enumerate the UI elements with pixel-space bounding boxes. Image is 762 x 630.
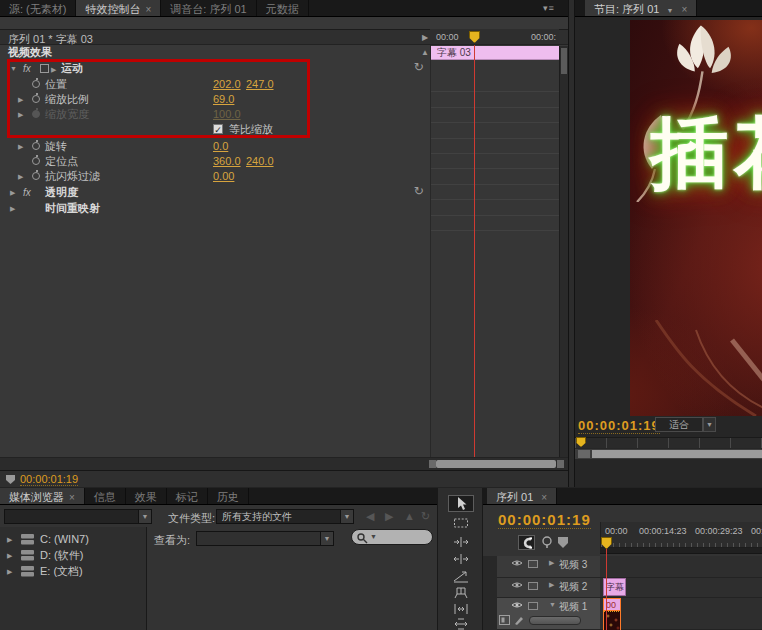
tab-metadata[interactable]: 元数据 bbox=[257, 0, 309, 16]
anchor-y-value[interactable]: 240.0 bbox=[246, 154, 274, 169]
encore-chapter-marker-icon[interactable] bbox=[541, 536, 553, 551]
panel-divider[interactable] bbox=[568, 0, 575, 487]
stopwatch-icon[interactable] bbox=[32, 142, 40, 150]
track-header[interactable]: ▶ 视频 3 bbox=[497, 556, 600, 578]
chevron-right-icon[interactable]: ▶ bbox=[7, 532, 12, 548]
scroll-cap[interactable] bbox=[578, 450, 590, 458]
horizontal-scrollbar[interactable] bbox=[0, 457, 568, 470]
track-lane[interactable] bbox=[600, 556, 762, 578]
ripple-edit-tool-icon[interactable] bbox=[448, 533, 474, 550]
forward-icon[interactable]: ▶ bbox=[385, 510, 393, 523]
antiflicker-value[interactable]: 0.00 bbox=[213, 169, 234, 184]
chevron-right-icon[interactable]: ▶ bbox=[549, 559, 554, 567]
tree-item-drive-c[interactable]: ▶ C: (WIN7) bbox=[0, 531, 147, 547]
tab-source[interactable]: 源: (无素材) bbox=[0, 0, 76, 16]
dropdown-arrow-icon[interactable]: ▼ bbox=[138, 510, 151, 523]
timeline-timecode[interactable]: 00:00:01:19 bbox=[498, 511, 591, 529]
close-icon[interactable]: × bbox=[69, 492, 75, 503]
dropdown-arrow-icon[interactable]: ▼ bbox=[666, 7, 673, 14]
view-as-dropdown[interactable]: ▼ bbox=[196, 531, 334, 546]
slide-tool-icon[interactable] bbox=[448, 615, 474, 630]
show-timeline-toggle-icon[interactable]: ▶ bbox=[422, 33, 428, 42]
tab-effects[interactable]: 效果 bbox=[126, 488, 167, 504]
collapse-section-icon[interactable]: ▲ bbox=[421, 45, 429, 60]
close-icon[interactable]: × bbox=[541, 492, 547, 503]
eye-icon[interactable] bbox=[511, 581, 523, 589]
rolling-edit-tool-icon[interactable] bbox=[448, 550, 474, 567]
tab-info[interactable]: 信息 bbox=[85, 488, 126, 504]
display-style-icon[interactable] bbox=[499, 615, 510, 625]
snap-magnet-icon[interactable] bbox=[518, 535, 535, 550]
rotation-value[interactable]: 0.0 bbox=[213, 139, 228, 154]
tab-effect-controls[interactable]: 特效控制台× bbox=[76, 0, 161, 16]
reset-icon[interactable]: ↺ bbox=[414, 60, 424, 75]
tab-history[interactable]: 历史 bbox=[208, 488, 249, 504]
program-timecode[interactable]: 00:00:01:19 bbox=[578, 418, 660, 434]
back-icon[interactable]: ◀ bbox=[366, 510, 374, 523]
effect-row-time-remap[interactable]: ▶ 时间重映射 bbox=[0, 201, 430, 216]
tab-markers[interactable]: 标记 bbox=[167, 488, 208, 504]
unnumbered-marker-icon[interactable] bbox=[558, 537, 568, 550]
dropdown-arrow-icon[interactable]: ▼ bbox=[370, 533, 377, 540]
effect-controls-mini-ruler[interactable]: 00:00 00:00: bbox=[430, 29, 559, 45]
up-folder-icon[interactable]: ▲ bbox=[404, 510, 415, 522]
anchor-x-value[interactable]: 360.0 bbox=[213, 154, 241, 169]
track-lane[interactable]: 字幕 bbox=[600, 578, 762, 598]
tree-item-drive-d[interactable]: ▶ D: (软件) bbox=[0, 547, 147, 563]
close-icon[interactable]: × bbox=[681, 4, 687, 15]
dropdown-arrow-icon[interactable]: ▼ bbox=[703, 417, 716, 432]
tab-sequence-01[interactable]: 序列 01 × bbox=[487, 488, 557, 504]
chevron-right-icon[interactable]: ▶ bbox=[10, 185, 15, 200]
keyframe-pen-icon[interactable] bbox=[514, 615, 524, 625]
reset-icon[interactable]: ↺ bbox=[414, 184, 424, 199]
chevron-right-icon[interactable]: ▶ bbox=[10, 201, 15, 216]
chevron-right-icon[interactable]: ▶ bbox=[7, 564, 12, 580]
scroll-thumb[interactable] bbox=[592, 450, 762, 458]
dropdown-arrow-icon[interactable]: ▼ bbox=[340, 510, 353, 523]
stopwatch-icon[interactable] bbox=[32, 172, 40, 180]
eye-icon[interactable] bbox=[511, 559, 523, 567]
zoom-level-select[interactable]: 适合 ▼ bbox=[655, 417, 703, 432]
tab-media-browser[interactable]: 媒体浏览器× bbox=[0, 488, 85, 504]
param-row-antiflicker[interactable]: ▶ 抗闪烁过滤 0.00 bbox=[0, 169, 430, 184]
close-icon[interactable]: × bbox=[145, 4, 151, 15]
chevron-right-icon[interactable]: ▶ bbox=[18, 139, 23, 154]
track-header[interactable]: ▼ 视频 1 bbox=[497, 598, 600, 630]
tab-program[interactable]: 节目: 序列 01 ▼ × bbox=[585, 0, 697, 16]
effect-row-opacity[interactable]: ▶ fx 透明度 ↺ bbox=[0, 185, 430, 200]
dropdown-arrow-icon[interactable]: ▼ bbox=[320, 532, 333, 545]
sync-lock-box[interactable] bbox=[528, 560, 538, 568]
refresh-icon[interactable]: ↻ bbox=[421, 510, 430, 523]
chevron-right-icon[interactable]: ▶ bbox=[7, 548, 12, 564]
selection-tool-icon[interactable] bbox=[448, 495, 474, 512]
location-dropdown[interactable]: ▼ bbox=[4, 509, 152, 524]
program-mini-ruler[interactable] bbox=[575, 437, 762, 448]
stopwatch-icon[interactable] bbox=[32, 157, 40, 165]
work-area-bar[interactable] bbox=[600, 548, 762, 554]
search-input[interactable]: ▼ bbox=[351, 529, 433, 545]
chevron-right-icon[interactable]: ▶ bbox=[549, 581, 554, 589]
file-type-dropdown[interactable]: 所有支持的文件 ▼ bbox=[216, 509, 354, 524]
zoom-handle-left[interactable] bbox=[429, 460, 436, 468]
razor-tool-icon[interactable] bbox=[448, 584, 474, 601]
chevron-right-icon[interactable]: ▶ bbox=[18, 169, 23, 184]
playhead-line[interactable] bbox=[474, 45, 475, 457]
rate-stretch-tool-icon[interactable] bbox=[448, 567, 474, 584]
param-row-rotation[interactable]: ▶ 旋转 0.0 bbox=[0, 139, 430, 154]
tree-item-drive-e[interactable]: ▶ E: (文档) bbox=[0, 563, 147, 579]
sync-lock-box[interactable] bbox=[528, 582, 538, 590]
eye-icon[interactable] bbox=[511, 601, 523, 609]
sync-lock-box[interactable] bbox=[528, 602, 538, 610]
panel-menu-icon[interactable]: ▾≡ bbox=[543, 3, 555, 13]
clip-duration-bar[interactable]: 字幕 03 bbox=[431, 46, 559, 60]
scroll-thumb[interactable] bbox=[436, 460, 556, 468]
scroll-thumb[interactable] bbox=[561, 48, 567, 74]
chevron-down-icon[interactable]: ▼ bbox=[549, 601, 556, 608]
track-lane[interactable]: 00 bbox=[600, 598, 762, 630]
zoom-handle-right[interactable] bbox=[557, 460, 564, 468]
track-options-pill[interactable] bbox=[529, 616, 581, 625]
vertical-scrollbar[interactable] bbox=[559, 46, 568, 457]
track-header[interactable]: ▶ 视频 2 bbox=[497, 578, 600, 598]
param-row-anchor-point[interactable]: 定位点 360.0 240.0 bbox=[0, 154, 430, 169]
tab-audio-mixer[interactable]: 调音台: 序列 01 bbox=[161, 0, 256, 16]
